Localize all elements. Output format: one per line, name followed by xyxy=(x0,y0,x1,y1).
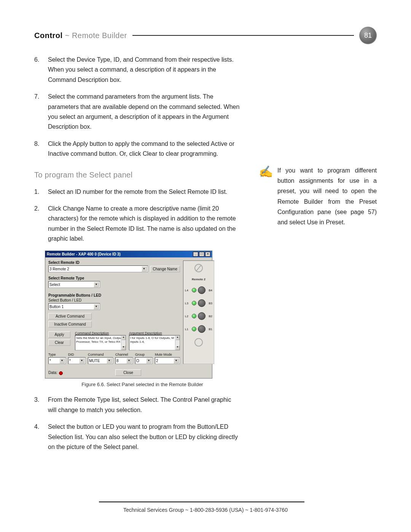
type-dropdown[interactable]: *▼ xyxy=(48,357,66,364)
step-2: 2.Click Change Name to create a more des… xyxy=(34,204,240,244)
brand-icon xyxy=(194,264,203,272)
status-indicator-icon xyxy=(59,371,63,375)
select-remote-id-label: Select Remote ID xyxy=(48,260,180,265)
group-dropdown[interactable]: O▼ xyxy=(135,357,153,364)
step-1: 1.Select an ID number for the remote fro… xyxy=(34,187,240,197)
step-6: 6.Select the Device Type, ID, and Comman… xyxy=(34,55,240,85)
minimize-button[interactable]: _ xyxy=(193,252,198,257)
step-4: 4.Select the button or LED you want to p… xyxy=(34,422,240,452)
header-rule xyxy=(132,35,354,36)
chevron-down-icon: ▼ xyxy=(94,282,99,287)
header-sub: Remote Builder xyxy=(72,31,127,40)
did-dropdown[interactable]: *▼ xyxy=(68,357,86,364)
led-l3[interactable] xyxy=(192,301,196,305)
inactive-command-button[interactable]: Inactive Command xyxy=(48,321,92,328)
led-l4[interactable] xyxy=(192,288,196,292)
figure-caption: Figure 6.6. Select Panel selected in the… xyxy=(45,382,240,387)
apply-button[interactable]: Apply xyxy=(48,331,70,338)
page-footer: Technical Services Group ~ 1-800-283-593… xyxy=(0,502,411,513)
mute-mode-dropdown[interactable]: 2▼ xyxy=(155,357,180,364)
step-7: 7.Select the command parameters from the… xyxy=(34,92,240,132)
remote-graphic: Remote 2 L4B4 L3B3 L2B2 L1B1 xyxy=(183,260,214,364)
header-section: Control xyxy=(34,31,63,40)
button-b3[interactable] xyxy=(198,299,206,307)
select-button-label: Select Button / LED xyxy=(48,298,180,302)
button-b1[interactable] xyxy=(198,325,206,333)
section-heading: To program the Select panel xyxy=(34,171,240,179)
page-header: Control ~ Remote Builder 81 xyxy=(34,27,377,44)
chevron-down-icon: ▼ xyxy=(142,266,147,272)
close-x-button[interactable]: × xyxy=(205,252,210,257)
remote-builder-window: Remote Builder - XAP 400 0 (Device ID 3)… xyxy=(45,251,212,379)
button-b4[interactable] xyxy=(198,286,206,294)
change-name-button[interactable]: Change Name xyxy=(150,266,180,272)
command-description-label: Command Description xyxy=(75,331,126,335)
footer-text: Technical Services Group ~ 1-800-283-593… xyxy=(123,507,288,513)
scrollbar[interactable]: ▲▼ xyxy=(175,335,180,350)
select-panel-steps-cont: 3.From the Remote Type list, select Sele… xyxy=(34,395,240,452)
brand-icon-bottom xyxy=(194,338,203,347)
breadcrumb: Control ~ Remote Builder xyxy=(34,31,127,40)
header-sep: ~ xyxy=(65,31,70,40)
steps-continuation: 6.Select the Device Type, ID, and Comman… xyxy=(34,55,240,159)
command-description-box: Sets the Mute for an Input, Output, Proc… xyxy=(75,335,126,350)
programmable-label: Programmable Buttons / LED xyxy=(48,293,180,297)
close-button[interactable]: Close xyxy=(115,369,141,376)
manual-page: Control ~ Remote Builder 81 6.Select the… xyxy=(0,0,411,532)
status-label: Data: xyxy=(48,371,57,375)
step-3: 3.From the Remote Type list, select Sele… xyxy=(34,395,240,415)
command-dropdown[interactable]: MUTE▼ xyxy=(88,357,113,364)
select-panel-steps: 1.Select an ID number for the remote fro… xyxy=(34,187,240,244)
scrollbar[interactable]: ▲▼ xyxy=(121,335,126,350)
select-remote-id-dropdown[interactable]: 3 Remote 2▼ xyxy=(48,265,148,272)
window-title: Remote Builder - XAP 400 0 (Device ID 3) xyxy=(47,252,121,256)
clear-button[interactable]: Clear xyxy=(48,339,70,346)
note-text: If you want to program different button … xyxy=(277,165,377,227)
led-l1[interactable] xyxy=(192,327,196,331)
button-b2[interactable] xyxy=(198,312,206,320)
maximize-button[interactable]: □ xyxy=(199,252,204,257)
remote-label: Remote 2 xyxy=(192,278,206,281)
argument-description-label: Argument Description xyxy=(129,331,180,335)
chevron-down-icon: ▼ xyxy=(94,304,99,309)
channel-dropdown[interactable]: 8▼ xyxy=(115,357,133,364)
page-number-badge: 81 xyxy=(359,27,377,44)
argument-description-box: I for Inputs 1-8, O for Outputs, M for I… xyxy=(129,335,180,350)
select-remote-type-label: Select Remote Type xyxy=(48,276,180,280)
note-callout: ✍ If you want to program different butto… xyxy=(259,165,377,227)
led-l2[interactable] xyxy=(192,314,196,318)
select-button-dropdown[interactable]: Button 1▼ xyxy=(48,303,100,310)
window-titlebar: Remote Builder - XAP 400 0 (Device ID 3)… xyxy=(45,251,212,257)
active-command-button[interactable]: Active Command xyxy=(48,313,92,320)
hand-write-icon: ✍ xyxy=(259,165,273,227)
select-remote-type-dropdown[interactable]: Select▼ xyxy=(48,281,100,288)
step-8: 8.Click the Apply button to apply the co… xyxy=(34,139,240,159)
